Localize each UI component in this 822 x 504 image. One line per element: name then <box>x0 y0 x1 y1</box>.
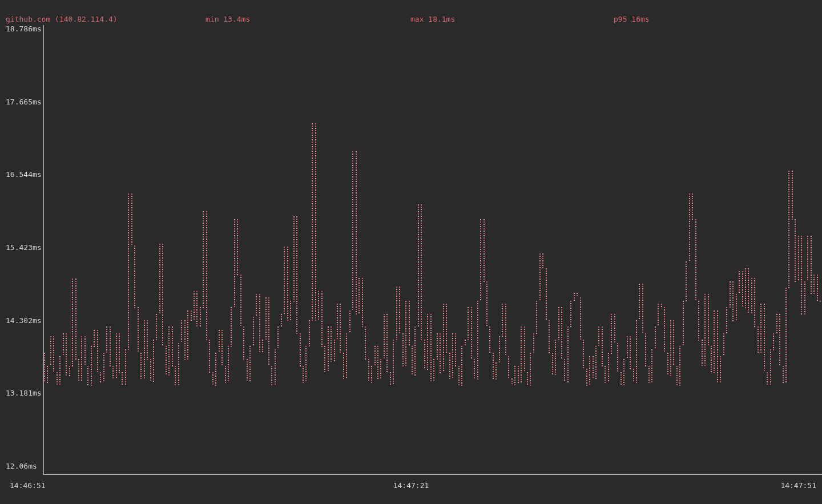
x-axis-tick-middle: 14:47:21 <box>393 481 429 490</box>
y-axis-line <box>43 25 44 474</box>
y-axis-tick-label: 13.181ms <box>6 389 42 397</box>
gping-terminal: github.com (140.82.114.4) min 13.4ms max… <box>0 0 822 504</box>
y-axis-tick-label: 12.06ms <box>6 462 37 470</box>
chart-header: github.com (140.82.114.4) min 13.4ms max… <box>0 15 822 24</box>
stat-p95: p95 16ms <box>614 15 650 24</box>
y-axis-tick-label: 17.665ms <box>6 97 42 106</box>
y-axis-tick-label: 14.302ms <box>6 316 42 324</box>
y-axis-tick-label: 18.786ms <box>6 25 42 33</box>
x-axis-line <box>43 474 822 475</box>
x-axis-tick-start: 14:46:51 <box>10 481 46 490</box>
x-axis-tick-end: 14:47:51 <box>780 481 816 490</box>
ping-target-label: github.com (140.82.114.4) <box>6 15 118 24</box>
stat-min: min 13.4ms <box>206 15 250 24</box>
y-axis-tick-label: 16.544ms <box>6 170 42 179</box>
latency-chart-canvas <box>0 0 822 504</box>
y-axis-tick-label: 15.423ms <box>6 243 42 252</box>
x-axis-labels: 14:46:51 14:47:21 14:47:51 <box>0 481 822 490</box>
stat-max: max 18.1ms <box>410 15 455 24</box>
